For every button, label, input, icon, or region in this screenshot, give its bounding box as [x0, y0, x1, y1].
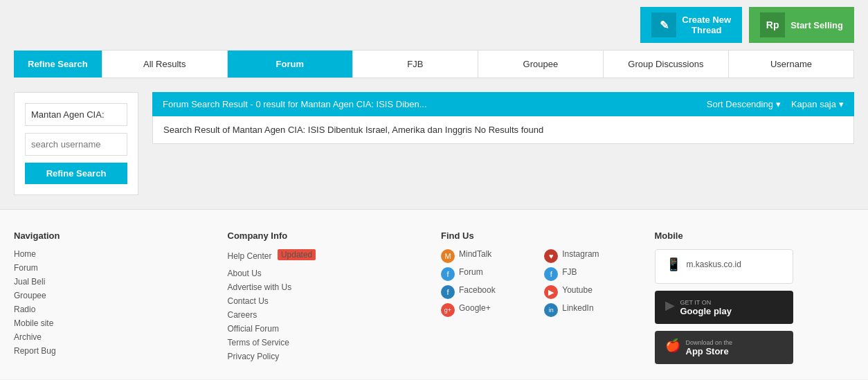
tabs-bar: Refine Search All Results Forum FJB Grou…	[0, 50, 868, 78]
results-area: Forum Search Result - 0 result for Manta…	[152, 92, 854, 195]
start-selling-button[interactable]: Rp Start Selling	[749, 7, 854, 43]
main-content: Refine Search Forum Search Result - 0 re…	[0, 78, 868, 209]
footer-link-forum[interactable]: Forum	[14, 263, 214, 273]
time-dropdown[interactable]: Kapan saja ▾	[791, 99, 844, 109]
find-us-instagram[interactable]: ♥ Instagram	[544, 249, 640, 263]
results-header: Forum Search Result - 0 result for Manta…	[152, 92, 854, 116]
updated-badge: Updated	[278, 249, 316, 260]
google-play-icon: ▶	[665, 298, 675, 313]
footer-link-groupee[interactable]: Groupee	[14, 291, 214, 300]
footer-link-advertise[interactable]: Advertise with Us	[228, 282, 428, 292]
tab-groupee[interactable]: Groupee	[478, 51, 604, 78]
footer-company-heading: Company Info	[228, 230, 428, 241]
footer-link-official-forum[interactable]: Official Forum	[228, 324, 428, 334]
app-store-sub: Download on the	[686, 339, 733, 346]
header: ✎ Create New Thread Rp Start Selling	[0, 0, 868, 50]
refine-search-button[interactable]: Refine Search	[25, 163, 127, 184]
mobile-kaskus-button[interactable]: 📱 m.kaskus.co.id	[655, 249, 793, 284]
youtube-icon: ▶	[544, 285, 558, 299]
footer-link-home[interactable]: Home	[14, 249, 214, 259]
search-username-input[interactable]	[25, 133, 127, 156]
results-body: Search Result of Mantan Agen CIA: ISIS D…	[152, 116, 854, 144]
footer-link-radio[interactable]: Radio	[14, 305, 214, 314]
rp-icon: Rp	[760, 12, 785, 37]
footer-link-contact-us[interactable]: Contact Us	[228, 296, 428, 306]
instagram-icon: ♥	[544, 249, 558, 263]
start-selling-label: Start Selling	[790, 20, 843, 30]
footer-mobile-heading: Mobile	[655, 230, 855, 241]
no-results-text: Search Result of Mantan Agen CIA: ISIS D…	[163, 125, 543, 135]
app-store-main: App Store	[686, 346, 733, 356]
instagram-label: Instagram	[562, 249, 599, 259]
phone-icon: 📱	[666, 257, 681, 272]
sort-chevron-icon: ▾	[776, 99, 781, 109]
results-prefix: Forum Search Result	[163, 99, 248, 109]
sort-label: Sort Descending	[707, 99, 773, 109]
forum-icon: f	[441, 267, 455, 281]
tab-forum[interactable]: Forum	[228, 51, 353, 78]
tab-username[interactable]: Username	[729, 51, 853, 78]
footer-find-us-heading: Find Us	[441, 230, 641, 241]
google-play-main: Google play	[680, 306, 732, 316]
googleplus-label: Google+	[459, 303, 491, 313]
youtube-label: Youtube	[562, 285, 593, 295]
footer-link-privacy[interactable]: Privacy Policy	[228, 352, 428, 361]
fjb-icon: f	[544, 267, 558, 281]
footer-link-jual-beli[interactable]: Jual Beli	[14, 277, 214, 287]
linkedin-icon: in	[544, 303, 558, 317]
time-label: Kapan saja	[791, 99, 836, 109]
tab-all-results[interactable]: All Results	[102, 51, 228, 78]
footer-navigation-heading: Navigation	[14, 230, 214, 241]
find-us-fjb[interactable]: f FJB	[544, 267, 640, 281]
footer-link-help-center[interactable]: Help Center Updated	[228, 249, 428, 264]
pencil-icon: ✎	[651, 12, 676, 37]
forum-label: Forum	[459, 267, 483, 277]
find-us-mindtalk[interactable]: M MindTalk	[441, 249, 537, 263]
tab-fjb[interactable]: FJB	[353, 51, 478, 78]
search-term-input[interactable]	[25, 103, 127, 126]
footer-navigation: Navigation Home Forum Jual Beli Groupee …	[14, 230, 214, 365]
refine-search-main-button[interactable]: Refine Search	[14, 51, 102, 78]
create-thread-button[interactable]: ✎ Create New Thread	[640, 7, 742, 43]
find-us-googleplus[interactable]: g+ Google+	[441, 303, 537, 317]
sort-dropdown[interactable]: Sort Descending ▾	[707, 99, 781, 109]
google-play-button[interactable]: ▶ GET IT ON Google play	[655, 291, 793, 324]
googleplus-icon: g+	[441, 303, 455, 317]
sidebar: Refine Search	[14, 92, 138, 195]
mobile-buttons: 📱 m.kaskus.co.id ▶ GET IT ON Google play…	[655, 249, 855, 364]
results-info: Forum Search Result - 0 result for Manta…	[163, 99, 427, 109]
google-play-text: GET IT ON Google play	[680, 299, 732, 316]
find-us-forum[interactable]: f Forum	[441, 267, 537, 281]
footer: Navigation Home Forum Jual Beli Groupee …	[0, 209, 868, 379]
tabs-container: All Results Forum FJB Groupee Group Disc…	[102, 50, 854, 78]
footer-link-report-bug[interactable]: Report Bug	[14, 346, 214, 356]
footer-content: Navigation Home Forum Jual Beli Groupee …	[14, 230, 854, 365]
results-query: Mantan Agen CIA: ISIS Diben...	[300, 99, 426, 109]
kaskus-mobile-label: m.kaskus.co.id	[687, 260, 741, 269]
app-store-text: Download on the App Store	[686, 339, 733, 356]
find-us-linkedin[interactable]: in LinkedIn	[544, 303, 640, 317]
footer-link-archive[interactable]: Archive	[14, 332, 214, 342]
time-chevron-icon: ▾	[839, 99, 844, 109]
google-play-sub: GET IT ON	[680, 299, 732, 306]
footer-link-mobile-site[interactable]: Mobile site	[14, 318, 214, 328]
footer-find-us: Find Us M MindTalk ♥ Instagram f Forum f…	[441, 230, 641, 365]
footer-company: Company Info Help Center Updated About U…	[228, 230, 428, 365]
tab-group-discussions[interactable]: Group Discussions	[604, 51, 729, 78]
sidebar-box: Refine Search	[14, 92, 138, 195]
facebook-label: Facebook	[459, 285, 496, 295]
mindtalk-icon: M	[441, 249, 455, 263]
footer-link-about-us[interactable]: About Us	[228, 269, 428, 278]
create-thread-label: Create New Thread	[682, 15, 731, 35]
find-us-youtube[interactable]: ▶ Youtube	[544, 285, 640, 299]
footer-link-careers[interactable]: Careers	[228, 310, 428, 320]
apple-icon: 🍎	[665, 338, 680, 353]
footer-mobile: Mobile 📱 m.kaskus.co.id ▶ GET IT ON Goog…	[655, 230, 855, 365]
footer-link-terms[interactable]: Terms of Service	[228, 338, 428, 347]
linkedin-label: LinkedIn	[562, 303, 593, 313]
results-count: - 0 result for	[250, 99, 298, 109]
app-store-button[interactable]: 🍎 Download on the App Store	[655, 331, 793, 364]
mindtalk-label: MindTalk	[459, 249, 491, 259]
find-us-facebook[interactable]: f Facebook	[441, 285, 537, 299]
find-us-grid: M MindTalk ♥ Instagram f Forum f FJB f	[441, 249, 641, 317]
